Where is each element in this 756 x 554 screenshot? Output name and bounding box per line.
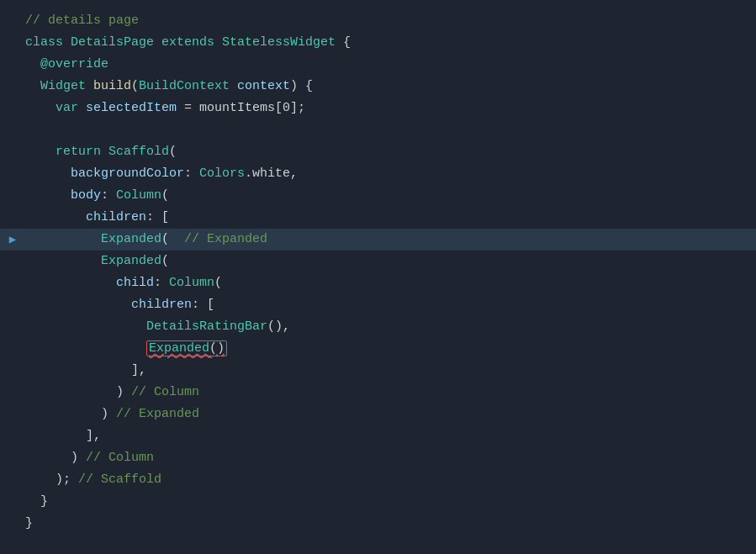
code-line: @override xyxy=(0,54,756,76)
code-line: children: [ xyxy=(0,207,756,229)
token: = mountItems[0]; xyxy=(184,101,305,115)
code-line: Expanded( xyxy=(0,251,756,272)
token: ( xyxy=(161,232,184,246)
code-content: ) // Expanded xyxy=(25,404,739,425)
token: ) { xyxy=(290,79,313,93)
token: { xyxy=(343,35,351,50)
token: selectedItem xyxy=(86,101,184,115)
debug-arrow: ▶ xyxy=(0,230,25,249)
code-content: var selectedItem = mountItems[0]; xyxy=(25,98,739,119)
token: Colors xyxy=(199,166,245,181)
token: Scaffold xyxy=(108,145,169,159)
token: StatelessWidget xyxy=(222,35,343,50)
code-line: children: [ xyxy=(0,294,756,316)
code-content: child: Column( xyxy=(25,273,739,293)
token: context xyxy=(237,79,290,93)
code-content: Widget build(BuildContext context) { xyxy=(25,77,739,97)
code-line: backgroundColor: Colors.white, xyxy=(0,163,756,185)
error-highlight-box: Expanded() xyxy=(146,340,227,356)
token: body xyxy=(71,188,101,203)
token: } xyxy=(40,494,48,509)
token: // Expanded xyxy=(116,407,199,421)
code-content: ], xyxy=(25,361,739,381)
code-line: } xyxy=(0,491,756,513)
token: : xyxy=(154,276,169,290)
code-line: body: Column( xyxy=(0,185,756,207)
token: // Column xyxy=(131,385,199,399)
token: ( xyxy=(214,276,222,290)
code-content: DetailsRatingBar(), xyxy=(25,317,739,337)
token: ], xyxy=(131,363,146,377)
code-content: children: [ xyxy=(25,208,739,228)
code-content: class DetailsPage extends StatelessWidge… xyxy=(25,33,739,53)
code-line xyxy=(0,119,756,141)
code-content: children: [ xyxy=(25,295,739,315)
token: class xyxy=(25,35,71,50)
token: ) xyxy=(116,385,131,399)
code-line: Widget build(BuildContext context) { xyxy=(0,76,756,98)
token: BuildContext xyxy=(139,79,237,93)
code-content: // details page xyxy=(25,11,739,31)
code-content: return Scaffold( xyxy=(25,142,739,162)
code-line: } xyxy=(0,513,756,535)
code-line: ], xyxy=(0,425,756,447)
code-line: ) // Expanded xyxy=(0,404,756,425)
token: DetailsRatingBar xyxy=(146,319,267,334)
code-content: } xyxy=(25,492,739,512)
code-content: Expanded( // Expanded xyxy=(25,230,739,250)
token: ( xyxy=(131,79,139,93)
token: Expanded xyxy=(101,232,161,246)
token: DetailsPage xyxy=(71,35,161,50)
code-content: ) // Column xyxy=(25,448,739,468)
token: Column xyxy=(169,276,214,290)
token: (), xyxy=(267,319,290,334)
token: Column xyxy=(116,188,161,203)
code-line: ) // Column xyxy=(0,382,756,404)
token: .white, xyxy=(245,166,298,181)
token: return xyxy=(56,145,108,159)
token: children xyxy=(131,298,192,312)
token: ( xyxy=(161,188,169,203)
token: extends xyxy=(161,35,222,50)
code-content: Expanded() xyxy=(25,339,739,359)
token: ) xyxy=(101,407,116,421)
token: // Column xyxy=(86,451,154,465)
code-content: Expanded( xyxy=(25,251,739,272)
token: ( xyxy=(161,254,169,268)
code-content: backgroundColor: Colors.white, xyxy=(25,164,739,184)
token: Expanded xyxy=(101,254,161,268)
code-line: ); // Scaffold xyxy=(0,469,756,491)
code-line: var selectedItem = mountItems[0]; xyxy=(0,98,756,119)
token: : xyxy=(184,166,199,181)
token: : [ xyxy=(192,298,214,312)
token: // Scaffold xyxy=(78,472,161,487)
code-line: ▶ Expanded( // Expanded xyxy=(0,229,756,251)
code-content: ); // Scaffold xyxy=(25,470,739,490)
token: ); xyxy=(56,472,78,487)
token: var xyxy=(56,101,86,115)
code-content: } xyxy=(25,514,739,534)
token: // Expanded xyxy=(184,232,267,246)
token: // details page xyxy=(25,13,139,28)
code-content: @override xyxy=(25,55,739,75)
code-line: ) // Column xyxy=(0,447,756,469)
code-editor: // details pageclass DetailsPage extends… xyxy=(0,0,756,554)
token: Widget xyxy=(40,79,93,93)
token: build xyxy=(93,79,131,93)
code-line: child: Column( xyxy=(0,272,756,294)
token: ], xyxy=(86,429,101,443)
token: : xyxy=(101,188,116,203)
token: children xyxy=(86,210,146,224)
code-line: DetailsRatingBar(), xyxy=(0,316,756,338)
token: : [ xyxy=(146,210,169,224)
token: ) xyxy=(71,451,86,465)
code-line: ], xyxy=(0,360,756,382)
code-content: body: Column( xyxy=(25,186,739,206)
code-content: ) // Column xyxy=(25,383,739,403)
token: child xyxy=(116,276,154,290)
code-line: Expanded() xyxy=(0,338,756,360)
code-line: class DetailsPage extends StatelessWidge… xyxy=(0,32,756,54)
token: backgroundColor xyxy=(71,166,184,181)
code-content: ], xyxy=(25,426,739,446)
code-line: // details page xyxy=(0,10,756,32)
